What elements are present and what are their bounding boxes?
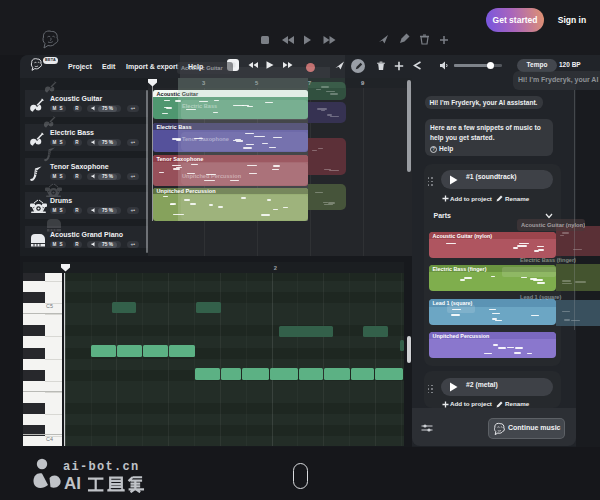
svg-text:?: ? <box>432 147 435 152</box>
